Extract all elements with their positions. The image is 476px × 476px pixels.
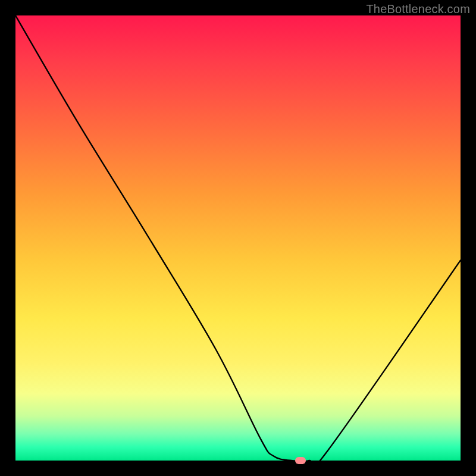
- chart-frame: TheBottleneck.com: [0, 0, 476, 476]
- optimal-point-marker: [295, 457, 306, 464]
- curve-svg: [15, 15, 461, 461]
- watermark-text: TheBottleneck.com: [366, 2, 470, 16]
- bottleneck-curve-path: [15, 15, 461, 461]
- plot-area: [15, 15, 461, 461]
